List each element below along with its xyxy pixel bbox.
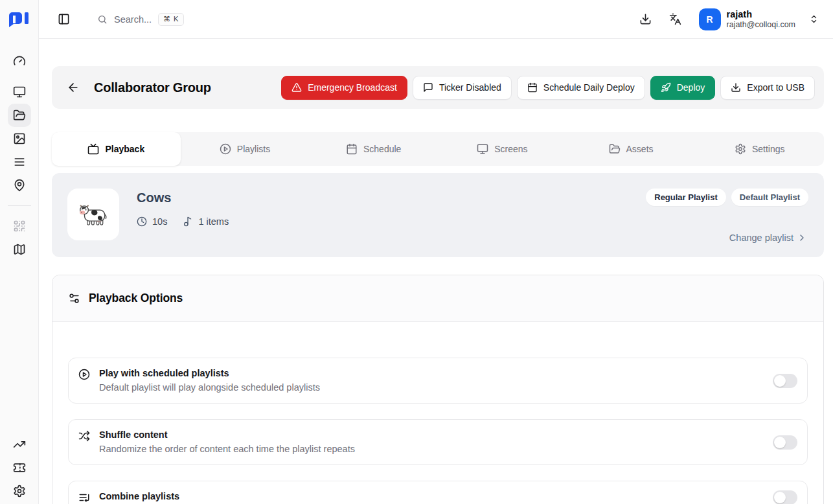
download-icon xyxy=(639,13,652,25)
tab-schedule[interactable]: Schedule xyxy=(309,132,438,166)
export-to-usb-button[interactable]: Export to USB xyxy=(720,76,815,100)
play-with-scheduled-toggle[interactable] xyxy=(773,374,797,388)
regular-playlist-badge: Regular Playlist xyxy=(646,189,726,206)
tab-playlists[interactable]: Playlists xyxy=(181,132,310,166)
tab-playback[interactable]: Playback xyxy=(52,132,181,166)
map-pin-icon xyxy=(13,179,26,192)
option-title: Shuffle content xyxy=(99,429,355,441)
emergency-broadcast-button[interactable]: Emergency Broadcast xyxy=(281,76,407,100)
monitor-icon xyxy=(13,86,26,98)
button-label: Emergency Broadcast xyxy=(308,82,397,93)
default-playlist-badge: Default Playlist xyxy=(731,189,808,206)
item-count-value: 1 items xyxy=(198,216,229,227)
language-button[interactable] xyxy=(667,10,685,29)
tab-label: Assets xyxy=(626,144,654,154)
tab-label: Schedule xyxy=(363,144,401,154)
combine-playlists-toggle[interactable] xyxy=(773,490,797,504)
panel-left-icon xyxy=(58,13,70,25)
search-icon xyxy=(97,14,108,25)
trending-up-icon xyxy=(13,438,26,451)
monitor-icon xyxy=(477,143,488,155)
sliders-icon xyxy=(68,292,80,304)
back-button[interactable] xyxy=(62,76,84,98)
message-square-icon xyxy=(423,82,433,93)
sidebar-item-settings[interactable] xyxy=(8,479,31,503)
shuffle-icon xyxy=(78,430,90,442)
duration-value: 10s xyxy=(152,216,167,227)
music-note-icon xyxy=(183,216,193,227)
sidebar-item-screens[interactable] xyxy=(8,80,31,104)
sidebar-item-locations[interactable] xyxy=(8,174,31,197)
sidebar-toggle-button[interactable] xyxy=(54,10,73,29)
deploy-button[interactable]: Deploy xyxy=(650,76,716,100)
user-email: rajath@colloqi.com xyxy=(727,20,795,30)
chevrons-up-down-icon xyxy=(809,14,819,24)
playlist-thumbnail xyxy=(67,189,119,240)
option-row-shuffle: Shuffle content Randomize the order of c… xyxy=(68,419,808,465)
button-label: Export to USB xyxy=(747,82,804,93)
sidebar-item-groups[interactable] xyxy=(8,104,31,127)
playlist-item-count: 1 items xyxy=(183,216,229,227)
search-placeholder: Search... xyxy=(114,14,152,25)
download-icon xyxy=(731,82,741,93)
calendar-icon xyxy=(346,143,358,155)
play-circle-icon xyxy=(220,143,231,155)
sidebar-item-assets[interactable] xyxy=(8,127,31,150)
main-content: Collaborator Group Emergency Broadcast T… xyxy=(39,39,833,504)
sidebar-item-qr[interactable] xyxy=(8,214,31,238)
playback-options-card: Playback Options Play with scheduled pla… xyxy=(52,275,824,504)
cow-image xyxy=(76,197,111,232)
chevron-right-icon xyxy=(797,233,807,243)
app-logo[interactable] xyxy=(0,0,38,39)
change-playlist-label: Change playlist xyxy=(729,233,793,243)
list-end-icon xyxy=(78,492,90,503)
page-title: Collaborator Group xyxy=(94,80,211,95)
button-label: Deploy xyxy=(677,82,705,93)
option-title: Combine playlists xyxy=(99,490,179,503)
playlist-duration: 10s xyxy=(137,216,167,227)
tab-label: Playback xyxy=(105,144,144,154)
tab-screens[interactable]: Screens xyxy=(438,132,567,166)
tab-settings[interactable]: Settings xyxy=(695,132,824,166)
shuffle-content-toggle[interactable] xyxy=(773,435,797,450)
option-description: Randomize the order of content each time… xyxy=(99,443,355,455)
sidebar-item-dashboard[interactable] xyxy=(8,49,31,73)
icon-sidebar xyxy=(0,0,39,504)
search-input[interactable]: Search... ⌘ K xyxy=(97,13,184,26)
default-playlist-card: Cows 10s 1 items Regular Playlist Defaul… xyxy=(52,173,824,257)
sidebar-item-analytics[interactable] xyxy=(8,433,31,456)
tab-label: Screens xyxy=(494,144,527,154)
option-row-play-with-scheduled: Play with scheduled playlists Default pl… xyxy=(68,358,808,404)
download-button[interactable] xyxy=(637,10,655,29)
tab-label: Settings xyxy=(752,144,785,154)
page-header: Collaborator Group Emergency Broadcast T… xyxy=(52,66,824,109)
gear-icon xyxy=(13,485,26,498)
pisignage-logo-icon xyxy=(8,12,31,27)
image-icon xyxy=(13,132,26,145)
sidebar-divider xyxy=(8,205,31,206)
option-title: Play with scheduled playlists xyxy=(99,367,320,380)
clock-icon xyxy=(137,216,147,227)
sidebar-item-map[interactable] xyxy=(8,238,31,261)
folder-open-icon xyxy=(609,143,621,155)
tab-assets[interactable]: Assets xyxy=(567,132,696,166)
button-label: Schedule Daily Deploy xyxy=(543,82,635,93)
option-row-combine: Combine playlists xyxy=(68,481,808,504)
schedule-daily-deploy-button[interactable]: Schedule Daily Deploy xyxy=(517,76,645,100)
playback-options-title: Playback Options xyxy=(89,292,183,305)
avatar: R xyxy=(699,8,721,30)
ticket-icon xyxy=(13,461,26,474)
tv-icon xyxy=(87,143,99,155)
arrow-left-icon xyxy=(67,81,80,94)
sidebar-item-tickets[interactable] xyxy=(8,456,31,479)
option-description: Default playlist will play alongside sch… xyxy=(99,382,320,394)
sidebar-item-playlists[interactable] xyxy=(8,150,31,174)
alert-triangle-icon xyxy=(291,82,302,93)
change-playlist-link[interactable]: Change playlist xyxy=(729,233,807,243)
gear-icon xyxy=(735,143,746,155)
ticker-disabled-button[interactable]: Ticker Disabled xyxy=(413,76,512,100)
account-menu[interactable]: R rajath rajath@colloqi.com xyxy=(699,8,819,30)
playlist-title: Cows xyxy=(137,190,229,205)
menu-lines-icon xyxy=(13,155,26,168)
user-name: rajath xyxy=(727,9,795,20)
